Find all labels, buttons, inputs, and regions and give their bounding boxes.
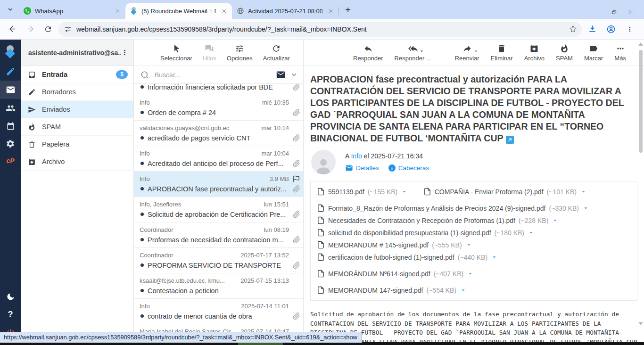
message-row[interactable]: Información financiera solicitada por BD… xyxy=(134,84,303,95)
list-toolbar-button[interactable]: Seleccionar xyxy=(160,44,192,62)
attachment-menu-icon[interactable] xyxy=(552,217,559,224)
message-row[interactable]: validaciones.guayas@cnt.gob.ec mar 10:14… xyxy=(134,121,303,146)
close-tab-icon[interactable] xyxy=(113,7,122,15)
folder-item[interactable]: Archivo xyxy=(21,153,133,171)
close-tab-icon[interactable] xyxy=(220,7,228,15)
folder-item[interactable]: Borradores xyxy=(21,83,133,101)
address-bar[interactable]: webmail.sanjuan.gob.ec/cpsess1535909589/… xyxy=(58,22,582,37)
help-icon[interactable]: ? xyxy=(0,305,21,324)
restore-icon[interactable] xyxy=(611,9,617,15)
scrollbar-thumb[interactable] xyxy=(639,50,643,153)
tab-whatsapp[interactable]: WhatsApp xyxy=(19,3,125,19)
search-options-chevron-icon[interactable] xyxy=(290,71,297,78)
tab-search-button[interactable] xyxy=(4,3,17,16)
attachment-item[interactable]: Necesidades de Contratación y Recepción … xyxy=(317,216,631,224)
downloads-icon[interactable] xyxy=(585,22,600,37)
message-row[interactable]: Coordinador lun 08:19 Proformas de neces… xyxy=(134,222,303,248)
attachment-menu-icon[interactable] xyxy=(465,241,472,248)
reload-button[interactable] xyxy=(41,22,56,37)
folder-item[interactable]: Entrada 5 xyxy=(21,66,133,83)
attachment-menu-icon[interactable] xyxy=(582,205,589,212)
attachment-item[interactable]: COMPAÑIA - Enviar Proforma (2).pdf (~101… xyxy=(423,188,587,196)
browser-menu-icon[interactable] xyxy=(622,22,637,37)
scroll-down-icon[interactable] xyxy=(638,322,643,325)
attachment-menu-icon[interactable] xyxy=(401,188,408,195)
reader-toolbar-button[interactable]: Responder xyxy=(353,44,383,62)
attachment-item[interactable]: Formato_8_Razón de Proformas y Análisis … xyxy=(317,204,631,212)
scroll-up-icon[interactable] xyxy=(638,42,643,46)
compose-button[interactable] xyxy=(0,62,21,81)
folder-item[interactable]: SPAM xyxy=(21,118,133,136)
message-row[interactable]: Info 3.9 MB APROBACION fase precontractu… xyxy=(134,172,303,197)
reader-toolbar-button[interactable]: Eliminar xyxy=(491,44,513,62)
list-toolbar-button[interactable]: Actualizar xyxy=(263,44,290,62)
dark-mode-icon[interactable] xyxy=(0,288,21,305)
bookmark-star-icon[interactable] xyxy=(567,23,579,35)
message-row[interactable]: Info, Joseflores lun 15:51 Solicitud de … xyxy=(134,197,303,222)
list-toolbar-button[interactable]: Opciones xyxy=(227,44,253,62)
caret-down-icon[interactable] xyxy=(419,48,425,54)
account-header[interactable]: asistente-administrativo@sa... xyxy=(21,40,133,66)
button-label: Eliminar xyxy=(491,55,513,62)
unread-dot xyxy=(140,263,144,267)
message-date: lun 08:19 xyxy=(264,226,289,233)
reader-toolbar-button[interactable]: SPAM xyxy=(556,44,573,62)
close-window-icon[interactable] xyxy=(627,9,634,15)
list-toolbar-button[interactable]: Hilos xyxy=(203,44,216,62)
rail-item-mail[interactable] xyxy=(0,81,21,99)
folder-item[interactable]: Papelera xyxy=(21,136,133,153)
tab-actividad[interactable]: Actividad 2025-07-21 08:00:00 xyxy=(232,3,339,19)
attachment-item[interactable]: 5591139.pdf (~155 KB) xyxy=(317,188,408,196)
account-menu-icon[interactable] xyxy=(121,49,129,57)
button-label: Seleccionar xyxy=(160,55,192,62)
details-link[interactable]: Detalles xyxy=(345,164,379,172)
tab-roundcube[interactable]: (5) Roundcube Webmail :: Envia xyxy=(125,3,232,19)
profile-icon[interactable] xyxy=(603,22,619,37)
attachment-menu-icon[interactable] xyxy=(460,287,467,294)
minimize-icon[interactable] xyxy=(594,9,601,15)
message-subject-title: APROBACION fase precontractual y autoriz… xyxy=(310,74,637,144)
calendar-icon xyxy=(6,122,15,131)
rail-item-contacts[interactable] xyxy=(0,99,21,117)
search-scope-mail-icon[interactable] xyxy=(276,70,286,80)
paperclip-icon xyxy=(293,312,300,320)
message-row[interactable]: Info mié 10:35 Orden de compra # 24 xyxy=(134,95,303,121)
attachment-menu-icon[interactable] xyxy=(580,188,587,195)
recipient-link[interactable]: Info xyxy=(351,152,362,160)
folder-list: Entrada 5 Borradores Enviados xyxy=(21,66,133,171)
attachment-item[interactable]: MEMORÁNDUM Nº614-signed.pdf (~407 KB) xyxy=(317,270,474,278)
folder-sidebar: asistente-administrativo@sa... Entrada 5… xyxy=(21,40,134,342)
rail-item-cpanel[interactable]: cP xyxy=(0,153,21,169)
back-button[interactable] xyxy=(5,22,20,37)
pdf-icon xyxy=(317,216,325,224)
attachment-item[interactable]: certificacion de futbol-signed (1)-signe… xyxy=(317,253,631,261)
attachment-menu-icon[interactable] xyxy=(491,254,498,261)
attachment-menu-icon[interactable] xyxy=(467,270,474,277)
open-in-new-window-icon[interactable] xyxy=(506,136,514,144)
site-settings-icon[interactable] xyxy=(64,25,72,33)
attachment-item[interactable]: MEMORANDUM 147-signed.pdf (~554 KB) xyxy=(317,286,467,294)
message-row[interactable]: Info mar 10:04 Acreditado del anticipo d… xyxy=(134,146,303,172)
attachment-item[interactable]: MEMORANDUM # 145-signed.pdf (~555 KB) xyxy=(317,241,631,249)
search-input[interactable] xyxy=(154,71,271,79)
reader-toolbar-button[interactable]: Reenviar xyxy=(455,44,479,62)
rail-item-settings[interactable] xyxy=(0,135,21,153)
folder-item[interactable]: Enviados xyxy=(21,101,133,118)
list-scrollbar[interactable] xyxy=(638,40,644,328)
reader-toolbar-button[interactable]: Más xyxy=(614,44,626,62)
caret-down-icon[interactable] xyxy=(473,48,479,54)
new-tab-button[interactable]: + xyxy=(341,3,355,16)
window-controls xyxy=(594,9,640,19)
message-row[interactable]: ksaait@fcjse.utb.edu.ec, kmu... 2025-07-… xyxy=(134,273,303,299)
headers-link[interactable]: i Cabeceras xyxy=(388,164,429,172)
attachment-menu-icon[interactable] xyxy=(528,229,535,236)
message-row[interactable]: Coordinador 2025-07-17 13:52 PROFORMA SE… xyxy=(134,248,303,273)
message-row[interactable]: Info 2025-07-14 11:01 contrato de menor … xyxy=(134,299,303,324)
attachment-item[interactable]: solicitud de disponibilidad presupuestar… xyxy=(317,229,631,237)
reader-toolbar-button[interactable]: Archivo xyxy=(524,44,545,62)
rail-item-calendar[interactable] xyxy=(0,117,21,135)
forward-button[interactable] xyxy=(23,22,38,37)
reader-toolbar-button[interactable]: Marcar xyxy=(584,44,603,62)
reader-toolbar-button[interactable]: Responder ... xyxy=(395,44,431,62)
close-tab-icon[interactable] xyxy=(326,7,335,15)
